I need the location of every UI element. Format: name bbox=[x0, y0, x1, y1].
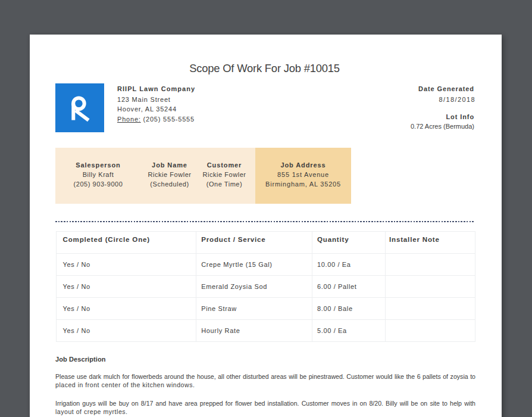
job-info-band: Salesperson Billy Kraft (205) 903-9000 J… bbox=[55, 148, 351, 204]
document-page: Scope Of Work For Job #10015 RIIPL Lawn … bbox=[30, 35, 502, 417]
column-label: Job Name bbox=[141, 160, 198, 170]
product-cell: Emerald Zoysia Sod bbox=[196, 276, 312, 298]
product-cell: Pine Straw bbox=[196, 298, 312, 320]
note-cell bbox=[386, 276, 475, 298]
page-title: Scope Of Work For Job #10015 bbox=[29, 62, 500, 75]
lot-info-value: 0.72 Acres (Bermuda) bbox=[411, 122, 474, 131]
phone-value: (205) 555-5555 bbox=[143, 116, 195, 123]
date-generated-label: Date Generated bbox=[411, 84, 474, 94]
dashed-divider bbox=[55, 221, 474, 222]
col-header-note: Installer Note bbox=[386, 232, 475, 254]
paragraph-line: Irrigation guys will be buy on 8/17 and … bbox=[55, 399, 475, 407]
completed-cell: Yes / No bbox=[57, 254, 196, 276]
quantity-cell: 5.00 / Ea bbox=[312, 320, 385, 342]
job-description-heading: Job Description bbox=[55, 355, 475, 363]
job-address-column: Job Address 855 1st Avenue Birmingham, A… bbox=[255, 148, 351, 204]
company-name: RIIPL Lawn Company bbox=[117, 84, 195, 94]
customer-column: Customer Rickie Fowler (One Time) bbox=[198, 148, 251, 204]
column-value: Billy Kraft bbox=[55, 170, 141, 179]
table-row: Yes / No Emerald Zoysia Sod 6.00 / Palle… bbox=[57, 276, 475, 298]
paragraph-line: Please use dark mulch for flowerbeds aro… bbox=[55, 372, 475, 381]
column-value: 855 1st Avenue bbox=[255, 170, 351, 179]
work-items-table: Completed (Circle One) Product / Service… bbox=[56, 231, 475, 342]
column-value: (205) 903-9000 bbox=[55, 179, 141, 189]
product-cell: Crepe Myrtle (15 Gal) bbox=[196, 254, 312, 276]
document-viewer: { "document": { "title": "Scope Of Work … bbox=[0, 0, 532, 417]
salesperson-column: Salesperson Billy Kraft (205) 903-9000 bbox=[55, 148, 141, 204]
column-value: Birmingham, AL 35205 bbox=[255, 179, 351, 189]
date-generated-value: 8/18/2018 bbox=[411, 95, 475, 104]
document-meta: Date Generated 8/18/2018 Lot Info 0.72 A… bbox=[411, 83, 474, 132]
company-street: 123 Main Street bbox=[117, 95, 195, 104]
company-city: Hoover, AL 35244 bbox=[117, 104, 195, 114]
column-label: Salesperson bbox=[55, 160, 141, 170]
completed-cell: Yes / No bbox=[57, 320, 196, 342]
lot-info-label: Lot Info bbox=[411, 112, 474, 122]
meta-spacer bbox=[411, 104, 474, 112]
table-row: Yes / No Pine Straw 8.00 / Bale bbox=[57, 298, 475, 320]
table-row: Yes / No Crepe Myrtle (15 Gal) 10.00 / E… bbox=[57, 254, 475, 276]
company-info: RIIPL Lawn Company 123 Main Street Hoove… bbox=[117, 83, 195, 132]
company-logo-icon bbox=[55, 83, 104, 132]
column-value: (Scheduled) bbox=[141, 179, 198, 189]
paragraph-line: placed in front center of the kitchen wi… bbox=[55, 381, 475, 389]
note-cell bbox=[386, 298, 475, 320]
quantity-cell: 10.00 / Ea bbox=[312, 254, 385, 276]
document-header: RIIPL Lawn Company 123 Main Street Hoove… bbox=[55, 83, 474, 132]
paragraph-line: layout of crepe myrtles. bbox=[55, 407, 475, 416]
column-value: (One Time) bbox=[198, 179, 251, 189]
col-header-quantity: Quantity bbox=[312, 232, 385, 254]
table-header-row: Completed (Circle One) Product / Service… bbox=[57, 232, 475, 254]
note-cell bbox=[386, 254, 475, 276]
col-header-product: Product / Service bbox=[196, 232, 312, 254]
completed-cell: Yes / No bbox=[57, 298, 196, 320]
description-paragraph: Please use dark mulch for flowerbeds aro… bbox=[55, 372, 475, 390]
note-cell bbox=[386, 320, 475, 342]
column-value: Rickie Fowler bbox=[141, 170, 198, 179]
description-paragraph: Irrigation guys will be buy on 8/17 and … bbox=[55, 399, 475, 416]
column-value: Rickie Fowler bbox=[198, 170, 251, 179]
quantity-cell: 6.00 / Pallet bbox=[312, 276, 385, 298]
quantity-cell: 8.00 / Bale bbox=[312, 298, 385, 320]
col-header-completed: Completed (Circle One) bbox=[57, 232, 196, 254]
company-phone: Phone: (205) 555-5555 bbox=[117, 114, 195, 124]
job-description-section: Job Description Please use dark mulch fo… bbox=[55, 355, 475, 416]
table-row: Yes / No Hourly Rate 5.00 / Ea bbox=[57, 320, 475, 342]
completed-cell: Yes / No bbox=[57, 276, 196, 298]
column-label: Customer bbox=[198, 160, 251, 170]
column-label: Job Address bbox=[255, 160, 351, 170]
product-cell: Hourly Rate bbox=[196, 320, 312, 342]
phone-label: Phone: bbox=[117, 116, 141, 123]
job-name-column: Job Name Rickie Fowler (Scheduled) bbox=[141, 148, 198, 204]
